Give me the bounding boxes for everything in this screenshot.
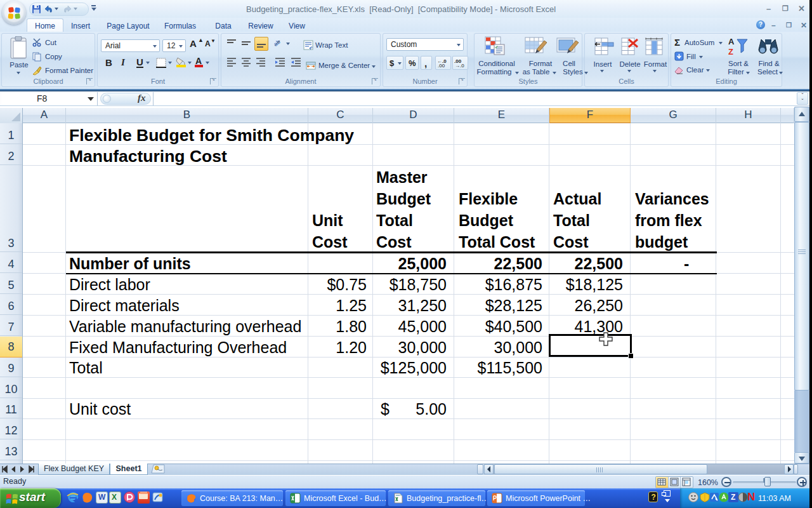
svg-text:→.0: →.0 [455,63,464,69]
svg-text:.00: .00 [438,63,445,69]
svg-text:ab: ab [272,39,281,48]
svg-text:Z: Z [728,47,733,57]
svg-text:A: A [728,37,735,46]
